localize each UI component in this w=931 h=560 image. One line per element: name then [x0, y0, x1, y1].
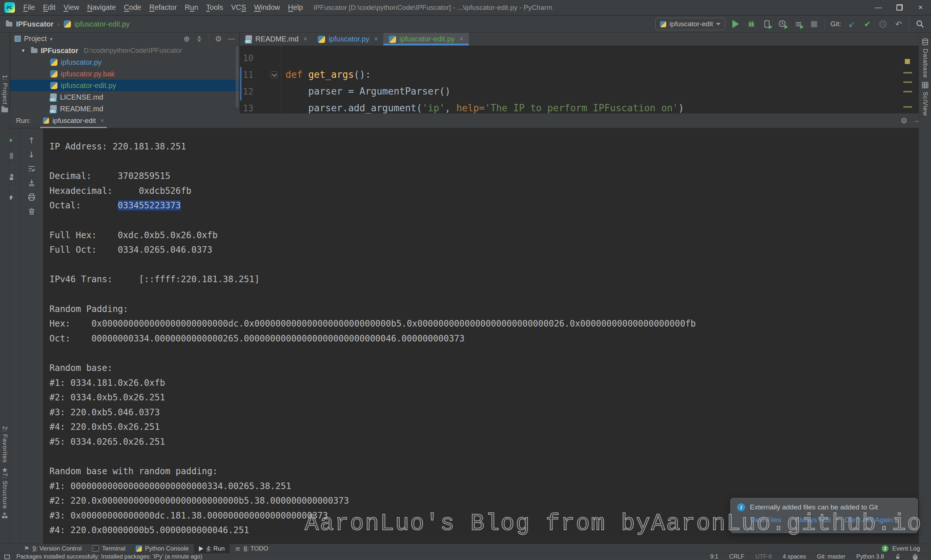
- menu-navigate[interactable]: Navigate: [83, 3, 120, 12]
- git-rollback-button[interactable]: ↶: [894, 19, 904, 29]
- console-line[interactable]: Random base with random padding:: [49, 466, 931, 481]
- console-line[interactable]: Full Hex: 0xdc.0xb5.0x26.0xfb: [49, 230, 931, 245]
- sidebar-item-structure[interactable]: 7: Structure: [0, 473, 9, 518]
- tab-close-icon[interactable]: ×: [460, 35, 464, 43]
- menu-view[interactable]: View: [60, 3, 83, 12]
- notification-link-always-add[interactable]: Always Add: [795, 516, 831, 524]
- status-4-spaces[interactable]: 4 spaces: [783, 554, 806, 560]
- editor-tab-ipfuscator-edit.py[interactable]: ipfuscator-edit.py×: [383, 33, 469, 45]
- git-commit-button[interactable]: ✔: [862, 19, 873, 29]
- console-line[interactable]: #3: 220.0xb5.046.0373: [49, 407, 931, 422]
- menu-refactor[interactable]: Refactor: [145, 3, 181, 12]
- tab-close-icon[interactable]: ×: [374, 35, 378, 43]
- expand-arrow-icon[interactable]: ▾: [22, 47, 28, 54]
- tree-item-LICENSE.md[interactable]: LICENSE.md: [10, 91, 239, 103]
- run-with-coverage-button[interactable]: [762, 19, 772, 29]
- menu-window[interactable]: Window: [250, 3, 284, 12]
- notification-gear-icon[interactable]: ⚙: [894, 518, 899, 524]
- notification-popup[interactable]: i Externally added files can be added to…: [730, 498, 918, 533]
- toolwindow-button-4-run[interactable]: 4: Run: [194, 544, 230, 553]
- status-git-master[interactable]: Git: master: [817, 554, 845, 560]
- tree-item-ipfuscator.py.bak[interactable]: ipfuscator.py.bak: [10, 68, 239, 80]
- notification-link-don-t-ask-again[interactable]: Don't Ask Again: [845, 516, 893, 524]
- debug-button[interactable]: [746, 19, 756, 29]
- console-line[interactable]: #1: 00000000000000000000000000334.00265.…: [49, 481, 931, 496]
- menu-edit[interactable]: Edit: [39, 3, 59, 12]
- scroll-to-end-button[interactable]: [27, 178, 36, 188]
- print-button[interactable]: [27, 192, 36, 202]
- event-log-button[interactable]: 2 Event Log: [882, 545, 920, 552]
- down-stack-trace-button[interactable]: ↓: [27, 150, 36, 159]
- console-line[interactable]: #5: 0334.0265.0x26.251: [49, 437, 931, 452]
- breadcrumb-file[interactable]: ipfuscator-edit.py: [75, 20, 130, 28]
- restore-button[interactable]: [889, 0, 910, 15]
- run-button[interactable]: [731, 19, 741, 29]
- menu-vcs[interactable]: VCS: [227, 3, 250, 12]
- gear-icon[interactable]: ⚙: [900, 116, 907, 125]
- close-button[interactable]: ×: [910, 0, 931, 15]
- editor-tab-ipfuscator.py[interactable]: ipfuscator.py×: [312, 33, 383, 45]
- code-line-12[interactable]: 12 parser = ArgumentParser(): [240, 84, 919, 100]
- toolwindow-button-terminal[interactable]: ›_Terminal: [87, 544, 131, 553]
- console-line[interactable]: #4: 220.0xb5.0x26.251: [49, 422, 931, 437]
- toolwindow-toggle-icon[interactable]: [5, 555, 10, 559]
- fold-marker-icon[interactable]: [271, 71, 277, 78]
- breadcrumb-project[interactable]: IPFuscator: [16, 20, 54, 28]
- console-line[interactable]: [49, 289, 931, 304]
- stop-button[interactable]: [809, 19, 819, 29]
- clear-console-button[interactable]: [27, 206, 36, 216]
- sidebar-item-project[interactable]: 1: Project: [0, 75, 9, 112]
- up-stack-trace-button[interactable]: ↑: [27, 135, 36, 145]
- menu-run[interactable]: Run: [181, 3, 202, 12]
- console-line[interactable]: #1: 0334.181.0x26.0xfb: [49, 378, 931, 393]
- menu-file[interactable]: File: [19, 3, 39, 12]
- gear-icon[interactable]: ⚙: [215, 35, 222, 43]
- console-line[interactable]: #2: 0334.0xb5.0x26.251: [49, 392, 931, 407]
- toolwindow-button-9-version-control[interactable]: ⚑9: Version Control: [19, 544, 87, 553]
- code-area[interactable]: 1011def get_args():12 parser = ArgumentP…: [240, 46, 919, 114]
- run-concurrency-button[interactable]: ≡: [793, 19, 803, 29]
- console-line[interactable]: [49, 260, 931, 275]
- console-line[interactable]: Decimal: 3702859515: [49, 171, 931, 186]
- sidebar-item-favorites[interactable]: 2: Favorites ★: [0, 426, 9, 474]
- console-line[interactable]: IPv46 Trans: [::ffff:220.181.38.251]: [49, 274, 931, 289]
- sidebar-item-sciview[interactable]: SciView: [919, 82, 931, 116]
- hector-icon[interactable]: [912, 554, 919, 560]
- console-line[interactable]: Random base:: [49, 363, 931, 378]
- search-everywhere-button[interactable]: [915, 19, 925, 29]
- editor-tab-README.md[interactable]: README.md×: [240, 33, 312, 45]
- console-line[interactable]: [49, 156, 931, 171]
- run-config-selector[interactable]: ipfuscator-edit: [656, 18, 725, 30]
- close-icon[interactable]: ×: [100, 117, 104, 124]
- git-update-button[interactable]: ↙: [846, 19, 857, 29]
- tab-close-icon[interactable]: ×: [303, 35, 307, 43]
- console-line[interactable]: Hex: 0x000000000000000000000000dc.0x0000…: [49, 318, 931, 334]
- status-crlf[interactable]: CRLF: [729, 554, 745, 560]
- console-line[interactable]: [49, 348, 931, 363]
- locate-file-icon[interactable]: ⊕: [184, 35, 190, 43]
- project-panel-header[interactable]: Project ▾ ⊕ ⚙ —: [10, 33, 239, 45]
- hide-panel-icon[interactable]: —: [228, 35, 235, 43]
- console-line[interactable]: Random Padding:: [49, 304, 931, 319]
- soft-wrap-button[interactable]: [27, 164, 36, 174]
- status-python-3-8[interactable]: Python 3.8: [856, 554, 885, 560]
- console[interactable]: IP Address: 220.181.38.251Decimal: 37028…: [43, 128, 931, 544]
- status-9-1[interactable]: 9:1: [710, 554, 718, 560]
- profiler-button[interactable]: [777, 19, 788, 29]
- code-line-13[interactable]: 13 parser.add_argument('ip', help='The I…: [240, 100, 919, 114]
- selected-text[interactable]: 033455223373: [118, 200, 181, 211]
- status-utf-8[interactable]: UTF-8: [756, 554, 772, 560]
- console-line[interactable]: Full Oct: 0334.0265.046.0373: [49, 245, 931, 260]
- status-message[interactable]: Packages installed successfully: Install…: [16, 554, 202, 560]
- code-line-11[interactable]: 11def get_args():: [240, 67, 919, 84]
- tree-item-IPFuscator[interactable]: ▾IPFuscatorD:\code\pythonCode\IPFuscator: [10, 45, 239, 56]
- notification-link-view-files[interactable]: View Files: [750, 516, 781, 524]
- git-history-button[interactable]: [878, 19, 888, 29]
- minimize-button[interactable]: —: [868, 0, 889, 15]
- tree-item-README.md[interactable]: README.md: [10, 103, 239, 114]
- run-tab[interactable]: ipfuscator-edit ×: [40, 114, 107, 128]
- console-output[interactable]: IP Address: 220.181.38.251Decimal: 37028…: [49, 142, 931, 540]
- menu-help[interactable]: Help: [284, 3, 307, 12]
- console-line[interactable]: Oct: 00000000334.0000000000000265.000000…: [49, 334, 931, 348]
- toolwindow-button-6-todo[interactable]: ≡6: TODO: [230, 544, 274, 553]
